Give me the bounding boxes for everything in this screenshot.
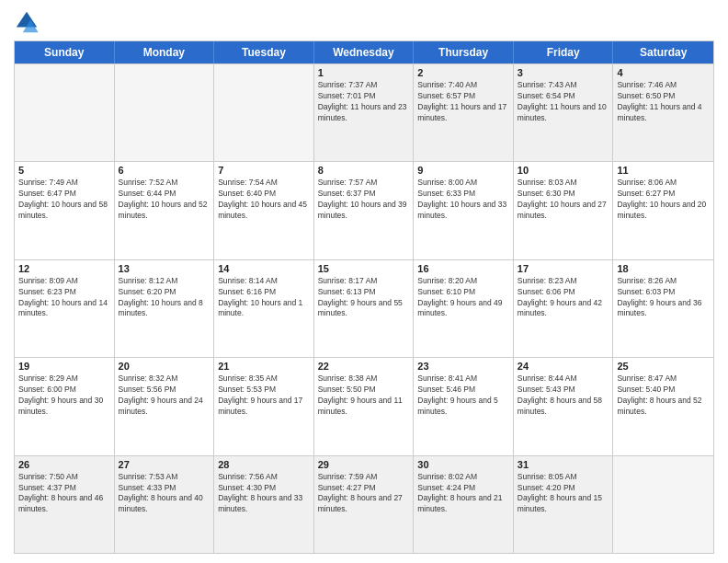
cal-cell-11: 11Sunrise: 8:06 AM Sunset: 6:27 PM Dayli… — [613, 162, 713, 259]
day-number: 11 — [617, 165, 710, 176]
day-number: 3 — [518, 67, 609, 78]
cal-cell-17: 17Sunrise: 8:23 AM Sunset: 6:06 PM Dayli… — [514, 260, 614, 357]
cal-cell-19: 19Sunrise: 8:29 AM Sunset: 6:00 PM Dayli… — [15, 358, 115, 454]
day-info: Sunrise: 8:12 AM Sunset: 6:20 PM Dayligh… — [119, 276, 210, 320]
day-info: Sunrise: 7:57 AM Sunset: 6:37 PM Dayligh… — [318, 178, 410, 222]
cal-cell-28: 28Sunrise: 7:56 AM Sunset: 4:30 PM Dayli… — [214, 456, 314, 553]
day-info: Sunrise: 8:47 AM Sunset: 5:40 PM Dayligh… — [617, 373, 710, 418]
day-info: Sunrise: 8:41 AM Sunset: 5:46 PM Dayligh… — [417, 373, 509, 418]
day-info: Sunrise: 8:03 AM Sunset: 6:30 PM Dayligh… — [518, 178, 609, 222]
day-info: Sunrise: 7:54 AM Sunset: 6:40 PM Dayligh… — [218, 178, 310, 222]
day-number: 17 — [518, 263, 609, 274]
week-row-1: 1Sunrise: 7:37 AM Sunset: 7:01 PM Daylig… — [15, 63, 713, 161]
day-info: Sunrise: 8:06 AM Sunset: 6:27 PM Dayligh… — [617, 178, 710, 222]
header — [14, 9, 714, 35]
cal-cell-4: 4Sunrise: 7:46 AM Sunset: 6:50 PM Daylig… — [613, 64, 713, 161]
day-number: 20 — [119, 361, 210, 372]
day-number: 5 — [18, 165, 110, 176]
week-row-4: 19Sunrise: 8:29 AM Sunset: 6:00 PM Dayli… — [15, 357, 713, 454]
cal-cell-23: 23Sunrise: 8:41 AM Sunset: 5:46 PM Dayli… — [414, 358, 514, 454]
cal-cell-24: 24Sunrise: 8:44 AM Sunset: 5:43 PM Dayli… — [514, 358, 614, 454]
day-info: Sunrise: 8:02 AM Sunset: 4:24 PM Dayligh… — [417, 472, 509, 516]
day-number: 18 — [617, 263, 710, 274]
cal-cell-6: 6Sunrise: 7:52 AM Sunset: 6:44 PM Daylig… — [115, 162, 215, 259]
day-number: 28 — [218, 459, 310, 470]
cal-cell-22: 22Sunrise: 8:38 AM Sunset: 5:50 PM Dayli… — [314, 358, 415, 454]
day-info: Sunrise: 8:44 AM Sunset: 5:43 PM Dayligh… — [518, 373, 609, 418]
day-info: Sunrise: 8:17 AM Sunset: 6:13 PM Dayligh… — [318, 276, 410, 320]
calendar-header-row: SundayMondayTuesdayWednesdayThursdayFrid… — [15, 41, 713, 63]
day-number: 12 — [18, 263, 110, 274]
day-number: 8 — [318, 165, 410, 176]
logo-icon — [14, 9, 40, 35]
day-info: Sunrise: 7:50 AM Sunset: 4:37 PM Dayligh… — [18, 472, 110, 516]
day-info: Sunrise: 7:59 AM Sunset: 4:27 PM Dayligh… — [318, 472, 410, 516]
week-row-3: 12Sunrise: 8:09 AM Sunset: 6:23 PM Dayli… — [15, 259, 713, 357]
weekday-header-saturday: Saturday — [613, 41, 713, 63]
day-number: 16 — [417, 263, 509, 274]
cal-cell-7: 7Sunrise: 7:54 AM Sunset: 6:40 PM Daylig… — [214, 162, 314, 259]
cal-cell-27: 27Sunrise: 7:53 AM Sunset: 4:33 PM Dayli… — [115, 456, 215, 553]
cal-cell-25: 25Sunrise: 8:47 AM Sunset: 5:40 PM Dayli… — [613, 358, 713, 454]
cal-cell-empty-00 — [15, 64, 115, 161]
cal-cell-9: 9Sunrise: 8:00 AM Sunset: 6:33 PM Daylig… — [414, 162, 514, 259]
day-number: 26 — [18, 459, 110, 470]
day-number: 14 — [218, 263, 310, 274]
weekday-header-wednesday: Wednesday — [314, 41, 415, 63]
cal-cell-13: 13Sunrise: 8:12 AM Sunset: 6:20 PM Dayli… — [115, 260, 215, 357]
day-number: 6 — [119, 165, 210, 176]
cal-cell-empty-02 — [214, 64, 314, 161]
day-number: 25 — [617, 361, 710, 372]
cal-cell-5: 5Sunrise: 7:49 AM Sunset: 6:47 PM Daylig… — [15, 162, 115, 259]
cal-cell-14: 14Sunrise: 8:14 AM Sunset: 6:16 PM Dayli… — [214, 260, 314, 357]
cal-cell-20: 20Sunrise: 8:32 AM Sunset: 5:56 PM Dayli… — [115, 358, 215, 454]
day-info: Sunrise: 8:26 AM Sunset: 6:03 PM Dayligh… — [617, 276, 710, 320]
day-info: Sunrise: 7:53 AM Sunset: 4:33 PM Dayligh… — [119, 472, 210, 516]
day-number: 22 — [318, 361, 410, 372]
cal-cell-30: 30Sunrise: 8:02 AM Sunset: 4:24 PM Dayli… — [414, 456, 514, 553]
day-info: Sunrise: 8:00 AM Sunset: 6:33 PM Dayligh… — [417, 178, 509, 222]
weekday-header-monday: Monday — [115, 41, 215, 63]
cal-cell-18: 18Sunrise: 8:26 AM Sunset: 6:03 PM Dayli… — [613, 260, 713, 357]
cal-cell-16: 16Sunrise: 8:20 AM Sunset: 6:10 PM Dayli… — [414, 260, 514, 357]
cal-cell-29: 29Sunrise: 7:59 AM Sunset: 4:27 PM Dayli… — [314, 456, 415, 553]
calendar-body: 1Sunrise: 7:37 AM Sunset: 7:01 PM Daylig… — [15, 63, 713, 553]
day-number: 15 — [318, 263, 410, 274]
day-info: Sunrise: 8:29 AM Sunset: 6:00 PM Dayligh… — [18, 373, 110, 418]
day-info: Sunrise: 7:40 AM Sunset: 6:57 PM Dayligh… — [417, 80, 509, 124]
calendar: SundayMondayTuesdayWednesdayThursdayFrid… — [14, 40, 714, 554]
svg-marker-0 — [17, 12, 37, 28]
page: SundayMondayTuesdayWednesdayThursdayFrid… — [0, 0, 728, 563]
cal-cell-8: 8Sunrise: 7:57 AM Sunset: 6:37 PM Daylig… — [314, 162, 415, 259]
cal-cell-31: 31Sunrise: 8:05 AM Sunset: 4:20 PM Dayli… — [514, 456, 614, 553]
day-info: Sunrise: 8:09 AM Sunset: 6:23 PM Dayligh… — [18, 276, 110, 320]
cal-cell-12: 12Sunrise: 8:09 AM Sunset: 6:23 PM Dayli… — [15, 260, 115, 357]
week-row-5: 26Sunrise: 7:50 AM Sunset: 4:37 PM Dayli… — [15, 455, 713, 553]
day-number: 2 — [417, 67, 509, 78]
weekday-header-sunday: Sunday — [15, 41, 115, 63]
day-number: 27 — [119, 459, 210, 470]
day-info: Sunrise: 7:52 AM Sunset: 6:44 PM Dayligh… — [119, 178, 210, 222]
week-row-2: 5Sunrise: 7:49 AM Sunset: 6:47 PM Daylig… — [15, 161, 713, 259]
weekday-header-friday: Friday — [514, 41, 614, 63]
cal-cell-2: 2Sunrise: 7:40 AM Sunset: 6:57 PM Daylig… — [414, 64, 514, 161]
day-number: 29 — [318, 459, 410, 470]
day-info: Sunrise: 7:43 AM Sunset: 6:54 PM Dayligh… — [518, 80, 609, 124]
day-info: Sunrise: 8:32 AM Sunset: 5:56 PM Dayligh… — [119, 373, 210, 418]
day-info: Sunrise: 8:20 AM Sunset: 6:10 PM Dayligh… — [417, 276, 509, 320]
day-info: Sunrise: 8:35 AM Sunset: 5:53 PM Dayligh… — [218, 373, 310, 418]
cal-cell-1: 1Sunrise: 7:37 AM Sunset: 7:01 PM Daylig… — [314, 64, 415, 161]
day-info: Sunrise: 8:38 AM Sunset: 5:50 PM Dayligh… — [318, 373, 410, 418]
day-number: 9 — [417, 165, 509, 176]
cal-cell-empty-46 — [613, 456, 713, 553]
day-number: 7 — [218, 165, 310, 176]
day-info: Sunrise: 8:23 AM Sunset: 6:06 PM Dayligh… — [518, 276, 609, 320]
cal-cell-3: 3Sunrise: 7:43 AM Sunset: 6:54 PM Daylig… — [514, 64, 614, 161]
day-number: 30 — [417, 459, 509, 470]
day-info: Sunrise: 7:46 AM Sunset: 6:50 PM Dayligh… — [617, 80, 710, 124]
day-info: Sunrise: 7:56 AM Sunset: 4:30 PM Dayligh… — [218, 472, 310, 516]
day-number: 1 — [318, 67, 410, 78]
day-number: 10 — [518, 165, 609, 176]
weekday-header-tuesday: Tuesday — [214, 41, 314, 63]
cal-cell-10: 10Sunrise: 8:03 AM Sunset: 6:30 PM Dayli… — [514, 162, 614, 259]
